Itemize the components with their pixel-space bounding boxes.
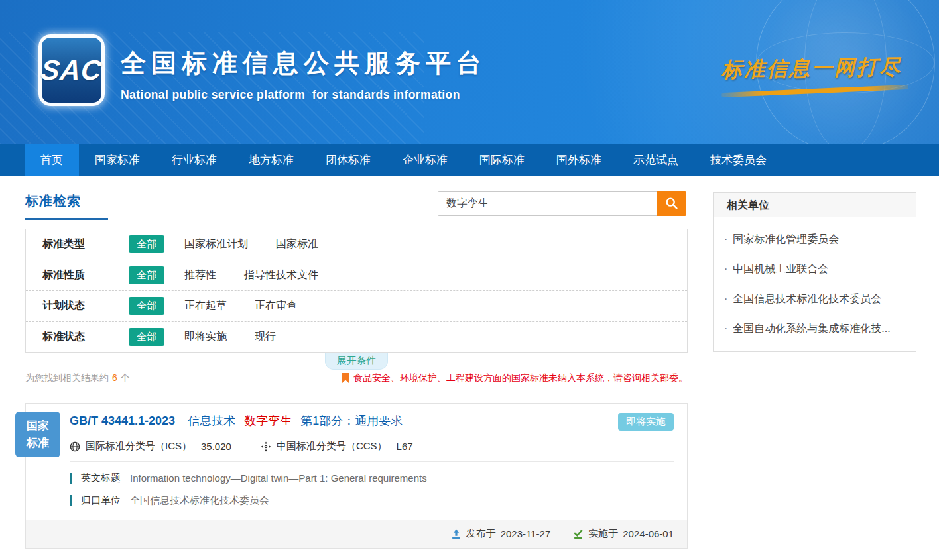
english-title-row: 英文标题 Information technology—Digital twin…: [26, 472, 687, 484]
implement-date-group: 实施于 2024-06-01: [573, 528, 674, 540]
related-units-list: ·国家标准化管理委员会 ·中国机械工业联合会 ·全国信息技术标准化技术委员会 ·…: [714, 217, 916, 351]
related-units-title: 相关单位: [714, 193, 916, 217]
results-meta-row: 为您找到相关结果约6个 食品安全、环境保护、工程建设方面的国家标准未纳入本系统，…: [25, 370, 688, 387]
nav-item-home[interactable]: 首页: [25, 144, 79, 176]
filter-option[interactable]: 现行: [255, 330, 276, 344]
nav-item-technical-committees[interactable]: 技术委员会: [694, 144, 782, 176]
filter-option[interactable]: 指导性技术文件: [244, 268, 318, 282]
english-title-value: Information technology—Digital twin—Part…: [130, 473, 427, 484]
notice-text: 食品安全、环境保护、工程建设方面的国家标准未纳入本系统，请咨询相关部委。: [353, 372, 688, 384]
sidebar-item-label: 全国自动化系统与集成标准化技...: [733, 323, 890, 334]
card-footer: 发布于 2023-11-27 实施于 2024-06-01: [26, 520, 687, 548]
filter-row-plan-status: 计划状态 全部 正在起草 正在审查: [26, 290, 687, 321]
filter-option[interactable]: 推荐性: [184, 268, 216, 282]
filter-option[interactable]: 即将实施: [184, 330, 227, 344]
implement-date: 2024-06-01: [623, 528, 674, 539]
english-title-label: 英文标题: [81, 472, 121, 484]
committee-label: 归口单位: [81, 494, 121, 507]
search-button[interactable]: [657, 191, 686, 216]
ccs-value: L67: [397, 441, 413, 452]
check-icon: [573, 529, 584, 539]
search-input[interactable]: [438, 191, 657, 216]
standard-title-part1: 信息技术: [188, 414, 235, 427]
filter-option[interactable]: 国家标准计划: [184, 237, 248, 251]
filter-option[interactable]: 正在审查: [255, 299, 297, 313]
globe-icon: [70, 441, 80, 452]
notice: 食品安全、环境保护、工程建设方面的国家标准未纳入本系统，请咨询相关部委。: [342, 372, 688, 384]
standard-code: GB/T 43441.1-2023: [70, 414, 175, 427]
related-units-panel: 相关单位 ·国家标准化管理委员会 ·中国机械工业联合会 ·全国信息技术标准化技术…: [713, 192, 916, 352]
compass-arrows-icon: [261, 441, 271, 452]
result-count-prefix: 为您找到相关结果约: [25, 372, 109, 383]
nav-item-national-standards[interactable]: 国家标准: [79, 144, 156, 176]
standard-type-badge: 国家 标准: [15, 412, 60, 457]
type-badge-line2: 标准: [27, 435, 49, 452]
result-count: 为您找到相关结果约6个: [25, 372, 130, 384]
search-section-head: 标准检索: [25, 192, 108, 220]
bullet: ·: [724, 233, 727, 245]
search-box: [438, 191, 686, 216]
nav-item-local-standards[interactable]: 地方标准: [233, 144, 310, 176]
card-head: GB/T 43441.1-2023 信息技术 数字孪生 第1部分：通用要求 即将…: [26, 404, 687, 431]
filter-all-button[interactable]: 全部: [129, 266, 164, 284]
sidebar-item-label: 中国机械工业联合会: [733, 263, 828, 274]
card-meta-row: 国际标准分类号（ICS） 35.020 中国标准分类号（CCS） L67: [26, 431, 687, 453]
bookmark-icon: [342, 373, 349, 384]
publish-label: 发布于: [466, 528, 496, 540]
publish-date-group: 发布于 2023-11-27: [451, 528, 551, 540]
filter-label: 标准类型: [42, 237, 109, 251]
sac-logo-text: SAC: [40, 54, 104, 86]
sidebar-item-it-standardization-committee[interactable]: ·全国信息技术标准化技术委员会: [714, 284, 916, 313]
teal-marker-bar: [70, 473, 72, 484]
ics-meta: 国际标准分类号（ICS） 35.020: [70, 440, 231, 453]
site-subtitle: National public service platform for sta…: [121, 88, 487, 102]
nav-item-group-standards[interactable]: 团体标准: [310, 144, 387, 176]
publish-date: 2023-11-27: [501, 528, 551, 539]
bullet: ·: [724, 263, 727, 274]
ics-value: 35.020: [201, 441, 231, 452]
ics-label: 国际标准分类号（ICS）: [86, 440, 192, 453]
filter-label: 标准状态: [42, 330, 109, 344]
nav-item-pilot-projects[interactable]: 示范试点: [617, 144, 694, 176]
card-divider: [70, 461, 674, 462]
implement-label: 实施于: [588, 528, 618, 540]
nav-item-foreign-standards[interactable]: 国外标准: [540, 144, 617, 176]
ccs-label: 中国标准分类号（CCS）: [277, 440, 387, 453]
filter-all-button[interactable]: 全部: [129, 328, 164, 346]
status-badge: 即将实施: [618, 413, 674, 431]
filter-all-button[interactable]: 全部: [129, 297, 164, 315]
page-title: 标准检索: [25, 192, 108, 210]
expand-conditions-button[interactable]: 展开条件: [325, 353, 388, 370]
sidebar-item-label: 全国信息技术标准化技术委员会: [733, 293, 881, 304]
standard-title-part2: 第1部分：通用要求: [300, 414, 403, 427]
slogan-text: 标准信息一网打尽: [721, 52, 921, 84]
filter-option[interactable]: 正在起草: [184, 299, 227, 313]
filter-label: 计划状态: [42, 299, 109, 313]
bullet: ·: [724, 323, 727, 334]
ccs-meta: 中国标准分类号（CCS） L67: [261, 440, 413, 453]
page: SAC 全国标准信息公共服务平台 National public service…: [0, 0, 939, 560]
type-badge-line1: 国家: [27, 418, 49, 435]
filter-box: 标准类型 全部 国家标准计划 国家标准 标准性质 全部 推荐性 指导性技术文件 …: [25, 229, 688, 353]
filter-label: 标准性质: [42, 268, 109, 282]
site-header: SAC 全国标准信息公共服务平台 National public service…: [0, 0, 939, 144]
header-slogan: 标准信息一网打尽: [721, 54, 920, 93]
upload-icon: [451, 529, 462, 539]
nav-item-enterprise-standards[interactable]: 企业标准: [387, 144, 464, 176]
standard-title-link[interactable]: GB/T 43441.1-2023 信息技术 数字孪生 第1部分：通用要求: [70, 413, 403, 429]
sidebar-item-automation-systems-committee[interactable]: ·全国自动化系统与集成标准化技...: [714, 313, 916, 343]
committee-value: 全国信息技术标准化技术委员会: [130, 494, 269, 507]
result-count-suffix: 个: [121, 372, 130, 383]
filter-row-standard-type: 标准类型 全部 国家标准计划 国家标准: [26, 229, 687, 260]
site-title: 全国标准信息公共服务平台: [121, 46, 487, 80]
bullet: ·: [724, 293, 727, 304]
sidebar-item-label: 国家标准化管理委员会: [733, 233, 839, 245]
sidebar-item-machinery-federation[interactable]: ·中国机械工业联合会: [714, 254, 916, 284]
nav-item-industry-standards[interactable]: 行业标准: [156, 144, 233, 176]
sidebar-item-sac[interactable]: ·国家标准化管理委员会: [714, 224, 916, 254]
sac-logo[interactable]: SAC: [38, 34, 105, 106]
filter-option[interactable]: 国家标准: [276, 237, 318, 251]
filter-all-button[interactable]: 全部: [129, 235, 164, 253]
nav-item-international-standards[interactable]: 国际标准: [464, 144, 540, 176]
site-title-block: 全国标准信息公共服务平台 National public service pla…: [121, 46, 487, 102]
